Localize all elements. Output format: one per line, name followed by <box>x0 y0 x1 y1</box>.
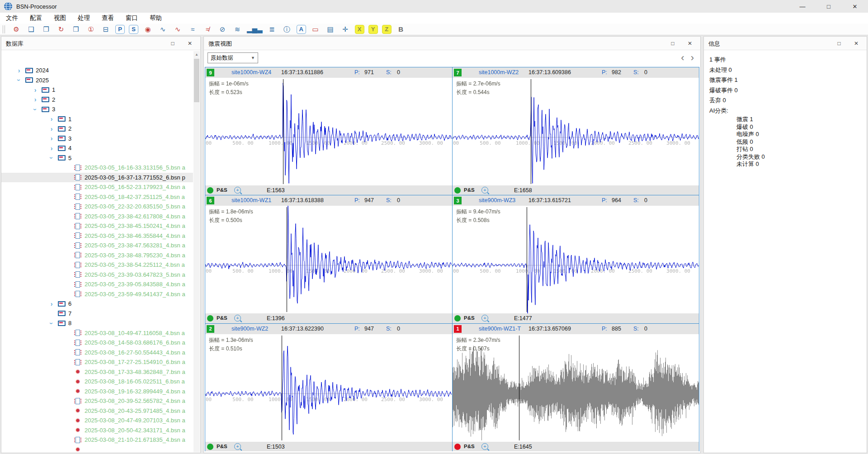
wave-band-icon[interactable]: ≈ <box>187 24 198 34</box>
tree-folder-2025[interactable]: ›2025 <box>1 76 193 85</box>
data-type-dropdown[interactable]: 原始数据 ▼ <box>208 52 258 63</box>
waveform-cell-header[interactable]: 6site1000m-WZ116:37:13.618388P:947S:0 <box>205 195 452 206</box>
tree-file-row[interactable]: 2025-03-05_23-38-42.617808_4.bsn a <box>1 212 193 222</box>
tree-folder-3[interactable]: ›3 <box>1 104 193 114</box>
prev-event-button[interactable]: ‹ <box>681 51 684 65</box>
window-minimize-button[interactable]: — <box>789 0 816 13</box>
window-maximize-button[interactable]: □ <box>816 0 842 13</box>
add-folder-icon[interactable]: ❑ <box>26 24 37 34</box>
crosshair-icon[interactable]: ✛ <box>340 24 351 34</box>
waveform-panel-maximize-button[interactable]: □ <box>664 37 681 50</box>
redo-icon[interactable]: ↻ <box>56 24 66 34</box>
tree-file-row[interactable]: 2025-03-05_23-38-46.355844_4.bsn a <box>1 231 193 241</box>
database-icon[interactable]: ⊟ <box>100 24 111 34</box>
menu-item-0[interactable]: 文件 <box>0 13 24 24</box>
pick-p-wave-icon[interactable]: ∿ <box>157 24 168 34</box>
info-panel-close-button[interactable]: ✕ <box>848 37 865 50</box>
waveform-cell-header[interactable]: 3site900m-WZ316:37:13.615721P:964S:0 <box>453 195 699 206</box>
spectrum-icon[interactable]: ≋ <box>232 24 243 34</box>
scroll-up-icon[interactable]: ▲ <box>193 51 200 58</box>
tree-file-row[interactable]: ✹2025-03-08_20-50-42.343171_4.bsn a <box>1 426 193 435</box>
database-panel-close-button[interactable]: ✕ <box>181 37 198 50</box>
tree-file-row[interactable]: 2025-03-05_23-38-54.225112_4.bsn a <box>1 260 193 270</box>
settings-icon[interactable]: ⚙ <box>11 24 22 34</box>
tree-folder-2[interactable]: ›2 <box>1 95 193 105</box>
wave-filter-icon[interactable]: ⊘ <box>217 24 228 34</box>
window-close-button[interactable]: ✕ <box>842 0 868 13</box>
tree-file-row[interactable]: 2025-03-05_22-32-20.635150_5.bsn a <box>1 202 193 212</box>
tree-file-row[interactable]: 2025-03-08_17-27-25.154910_6.bsn a <box>1 357 193 367</box>
tree-file-row[interactable]: 2025-03-08_14-58-03.686176_6.bsn a <box>1 338 193 348</box>
tree-folder-1[interactable]: ›1 <box>1 114 193 124</box>
tree-scrollbar[interactable]: ▲ <box>193 51 200 452</box>
list-icon[interactable]: ≣ <box>267 24 278 34</box>
tree-file-row[interactable]: ✹ <box>1 445 193 453</box>
waveform-cell-header[interactable]: 1site900m-WZ1-T16:37:13.657069P:885S:0 <box>453 324 699 334</box>
tree-file-row[interactable]: 2025-03-05_23-38-45.150241_4.bsn a <box>1 221 193 231</box>
menu-item-2[interactable]: 视图 <box>48 13 72 24</box>
tree-file-row[interactable]: ✹2025-03-08_19-16-32.899449_4.bsn a <box>1 387 193 397</box>
tree-folder-2024[interactable]: ›2024 <box>1 66 193 76</box>
tree-file-row[interactable]: ✹2025-03-08_20-47-49.207103_4.bsn a <box>1 416 193 426</box>
tree-file-row[interactable]: 2025-03-05_23-59-49.541437_4.bsn a <box>1 289 193 299</box>
waveform-panel-close-button[interactable]: ✕ <box>681 37 698 50</box>
menu-item-4[interactable]: 查看 <box>96 13 120 24</box>
info-panel-maximize-button[interactable]: □ <box>830 37 848 50</box>
info-icon[interactable]: ⓘ <box>282 24 292 34</box>
select-rect-icon[interactable]: ▭ <box>310 24 321 34</box>
zoom-in-icon[interactable]: + <box>481 443 488 450</box>
tree-file-row[interactable]: 2025-03-08_20-39-52.565782_4.bsn a <box>1 396 193 406</box>
tree-folder-2[interactable]: ›2 <box>1 124 193 134</box>
chevron-right-icon[interactable]: › <box>47 125 57 132</box>
histogram-icon[interactable]: ▂▅▃ <box>247 24 263 34</box>
tree-file-row[interactable]: 2025-03-05_18-42-37.251125_4.bsn a <box>1 192 193 202</box>
chevron-right-icon[interactable]: › <box>47 115 57 123</box>
tree-file-row[interactable]: ✹2025-03-08_18-16-05.022511_6.bsn a <box>1 377 193 387</box>
chevron-right-icon[interactable]: › <box>47 300 57 307</box>
report-icon[interactable]: ▤ <box>325 24 336 34</box>
s-phase-icon[interactable]: S <box>129 25 138 34</box>
zoom-in-icon[interactable]: + <box>481 315 488 322</box>
power-icon[interactable]: ① <box>85 24 96 34</box>
tree-file-row[interactable]: 2025-03-08_10-49-47.116058_4.bsn a <box>1 328 193 338</box>
tree-file-row[interactable]: 2025-03-08_16-27-50.554443_4.bsn a <box>1 348 193 358</box>
tree-file-row[interactable]: 2025-03-05_16-37-13.771552_6.bsn p <box>1 173 193 183</box>
zoom-in-icon[interactable]: + <box>481 187 488 194</box>
zoom-in-icon[interactable]: + <box>234 315 241 322</box>
axis-z-icon[interactable]: Z <box>382 25 392 34</box>
tree-file-row[interactable]: 2025-03-08_21-10-21.671835_4.bsn a <box>1 435 193 445</box>
tree-file-row[interactable]: 2025-03-05_23-39-03.647823_5.bsn a <box>1 270 193 280</box>
tree-file-row[interactable]: ✹2025-03-08_17-33-48.362848_7.bsn a <box>1 367 193 377</box>
menu-item-5[interactable]: 窗口 <box>120 13 144 24</box>
menu-item-3[interactable]: 处理 <box>72 13 96 24</box>
tree-folder-7[interactable]: 7 <box>1 309 193 319</box>
chevron-right-icon[interactable]: › <box>30 96 40 103</box>
chevron-down-icon[interactable]: › <box>47 154 57 161</box>
tree-file-row[interactable]: 2025-03-05_23-39-05.843588_4.bsn a <box>1 279 193 289</box>
tree-file-row[interactable]: 2025-03-05_23-38-48.795230_4.bsn a <box>1 251 193 260</box>
menu-item-6[interactable]: 帮助 <box>144 13 168 24</box>
waveform-cell-header[interactable]: 9site1000m-WZ416:37:13.611886P:971S:0 <box>205 67 452 78</box>
chevron-down-icon[interactable]: › <box>14 76 24 84</box>
database-panel-maximize-button[interactable]: □ <box>164 37 181 50</box>
axis-x-icon[interactable]: X <box>355 25 364 34</box>
tree-folder-8[interactable]: ›8 <box>1 318 193 328</box>
tree-file-row[interactable]: ✹2025-03-08_20-43-25.971485_4.bsn a <box>1 406 193 416</box>
tree-folder-4[interactable]: ›4 <box>1 143 193 153</box>
tree-folder-1[interactable]: ›1 <box>1 85 193 95</box>
annotate-a-icon[interactable]: A <box>297 25 306 34</box>
zoom-in-icon[interactable]: + <box>234 443 241 450</box>
save-icon[interactable]: ❒ <box>71 24 81 34</box>
axis-y-icon[interactable]: Y <box>368 25 378 34</box>
chevron-right-icon[interactable]: › <box>14 67 24 74</box>
waveform-cell-header[interactable]: 7site1000m-WZ216:37:13.609386P:982S:0 <box>453 67 699 78</box>
tree-folder-6[interactable]: ›6 <box>1 299 193 309</box>
scrollbar-thumb[interactable] <box>194 59 199 102</box>
tree-file-row[interactable]: 2025-03-05_16-52-23.179923_4.bsn a <box>1 182 193 192</box>
zoom-in-icon[interactable]: + <box>234 187 241 194</box>
chevron-down-icon[interactable]: › <box>47 320 57 327</box>
chevron-right-icon[interactable]: › <box>30 86 40 94</box>
p-phase-icon[interactable]: P <box>115 25 125 34</box>
menu-item-1[interactable]: 配置 <box>24 13 48 24</box>
chevron-right-icon[interactable]: › <box>47 135 57 142</box>
